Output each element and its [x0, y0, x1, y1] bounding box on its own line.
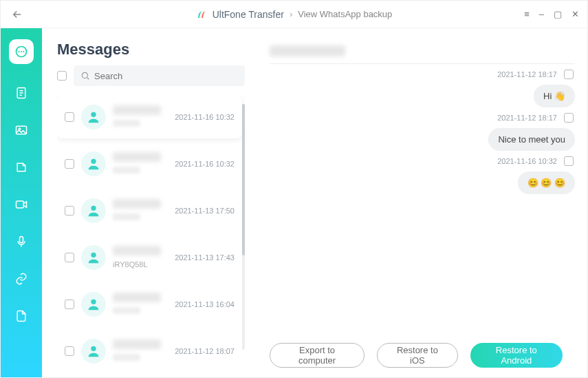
avatar-icon: [81, 339, 106, 364]
svg-point-10: [91, 253, 96, 258]
avatar-icon: [81, 198, 106, 223]
sidebar-nav: [1, 28, 42, 377]
message-checkbox[interactable]: [564, 156, 574, 166]
restore-ios-button[interactable]: Restore to iOS: [377, 343, 458, 368]
svg-point-8: [91, 159, 96, 164]
sidebar-messages-icon[interactable]: [9, 39, 34, 64]
avatar-icon: [81, 245, 106, 270]
conversation-snippet: iRY8Q58L: [113, 260, 148, 267]
message-timestamp: 2021-11-12 18:17: [497, 70, 557, 78]
search-box: [74, 65, 245, 86]
conversation-checkbox[interactable]: [65, 346, 74, 356]
conversation-item[interactable]: 2021-11-13 16:04: [57, 283, 242, 326]
select-all-checkbox[interactable]: [57, 71, 67, 81]
chat-messages: 2021-11-12 18:17Hi 👋2021-11-12 18:17Nice…: [270, 64, 575, 333]
conversation-name: [113, 152, 161, 162]
conversation-time: 2021-11-13 16:04: [175, 300, 235, 308]
export-button[interactable]: Export to computer: [270, 343, 364, 368]
footer-actions: Export to computer Restore to iOS Restor…: [270, 333, 575, 377]
sidebar-stickers-icon[interactable]: [13, 159, 30, 176]
conversation-name: [113, 105, 161, 115]
conversation-item[interactable]: iRY8Q58L2021-11-13 17:43: [57, 236, 242, 279]
breadcrumb-current: View WhatsApp backup: [298, 9, 392, 19]
app-logo-icon: [196, 9, 207, 20]
conversation-name: [113, 199, 161, 209]
sidebar-videos-icon[interactable]: [13, 196, 30, 213]
conversation-time: 2021-11-16 10:32: [175, 113, 235, 121]
message-bubble: 😊 😊 😊: [518, 171, 575, 194]
conversation-item[interactable]: 2021-11-16 10:32: [57, 143, 242, 185]
conversation-checkbox[interactable]: [65, 300, 74, 309]
titlebar: UltFone Transfer › View WhatsApp backup …: [1, 1, 587, 28]
back-button[interactable]: [9, 6, 25, 23]
conversation-name: [113, 293, 161, 302]
conversation-snippet: [113, 120, 140, 127]
svg-point-9: [91, 206, 96, 211]
messages-heading: Messages: [57, 41, 129, 59]
message-checkbox[interactable]: [564, 70, 574, 79]
chat-panel: 2021-11-12 18:17Hi 👋2021-11-12 18:17Nice…: [252, 28, 587, 377]
close-button[interactable]: ✕: [571, 9, 579, 19]
message-timestamp: 2021-11-16 10:32: [497, 157, 557, 165]
svg-point-12: [91, 346, 96, 351]
message-timestamp-row: 2021-11-12 18:17: [270, 113, 575, 123]
svg-rect-4: [17, 201, 24, 208]
svg-point-7: [91, 112, 96, 117]
conversation-list[interactable]: 2021-11-16 10:322021-11-16 10:322021-11-…: [57, 96, 245, 377]
conversation-checkbox[interactable]: [65, 206, 74, 216]
conversation-time: 2021-11-13 17:50: [175, 207, 235, 215]
chat-header: [270, 38, 575, 64]
message-timestamp: 2021-11-12 18:17: [497, 114, 557, 122]
conversation-item[interactable]: 2021-11-16 10:32: [57, 96, 242, 138]
svg-point-11: [91, 300, 96, 304]
avatar-icon: [81, 151, 106, 176]
scrollbar-thumb[interactable]: [242, 104, 245, 255]
restore-android-button[interactable]: Restore to Android: [470, 343, 563, 368]
conversation-item[interactable]: 2021-11-13 17:50: [57, 189, 242, 232]
message-row: 😊 😊 😊: [270, 171, 575, 194]
avatar-icon: [81, 105, 106, 129]
message-row: Hi 👋: [270, 85, 575, 107]
sidebar-documents-icon[interactable]: [13, 85, 30, 101]
minimize-button[interactable]: –: [539, 9, 544, 19]
maximize-button[interactable]: ▢: [554, 9, 562, 19]
message-bubble: Nice to meet you: [488, 128, 575, 151]
conversation-snippet: [113, 354, 140, 361]
message-bubble: Hi 👋: [534, 85, 575, 107]
conversation-checkbox[interactable]: [65, 159, 74, 169]
sidebar-audio-icon[interactable]: [13, 233, 30, 250]
conversation-time: 2021-11-12 18:07: [175, 347, 235, 355]
app-title: UltFone Transfer: [213, 9, 284, 20]
search-icon: [80, 71, 90, 81]
sidebar-files-icon[interactable]: [13, 308, 30, 324]
menu-button[interactable]: ≡: [524, 9, 530, 19]
chat-contact-name: [270, 45, 345, 56]
sidebar-links-icon[interactable]: [13, 271, 30, 287]
conversation-checkbox[interactable]: [65, 112, 74, 122]
sidebar-photos-icon[interactable]: [13, 122, 30, 138]
conversation-time: 2021-11-13 17:43: [175, 253, 235, 262]
scrollbar-track: [242, 104, 245, 350]
conversation-name: [113, 339, 161, 349]
message-timestamp-row: 2021-11-12 18:17: [270, 70, 575, 79]
conversation-name: [113, 246, 161, 255]
conversation-checkbox[interactable]: [65, 253, 74, 262]
search-input[interactable]: [94, 71, 238, 81]
avatar-icon: [81, 292, 106, 317]
message-row: Nice to meet you: [270, 128, 575, 151]
svg-rect-5: [20, 237, 23, 243]
message-checkbox[interactable]: [564, 113, 574, 123]
conversation-time: 2021-11-16 10:32: [175, 160, 235, 168]
conversation-snippet: [113, 213, 140, 220]
svg-point-6: [82, 72, 87, 78]
message-timestamp-row: 2021-11-16 10:32: [270, 156, 575, 166]
conversation-snippet: [113, 167, 140, 174]
conversation-snippet: [113, 307, 140, 314]
conversation-item[interactable]: 2021-11-12 18:07: [57, 330, 242, 372]
breadcrumb-separator: ›: [290, 9, 292, 19]
conversation-panel: Messages 2021-11-16 10:322021-11-16 10:3…: [42, 28, 252, 377]
